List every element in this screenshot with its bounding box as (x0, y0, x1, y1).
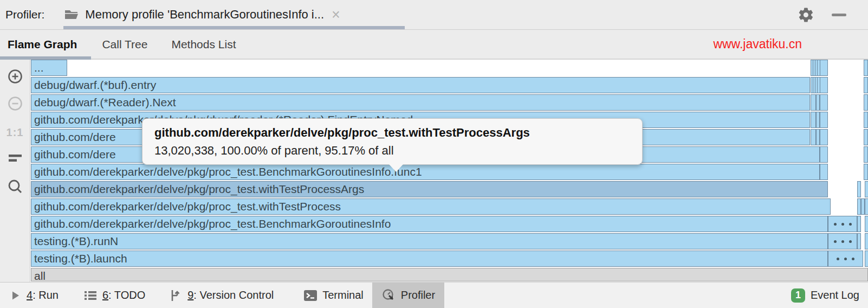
flame-frame[interactable] (864, 94, 868, 111)
flame-frame[interactable] (816, 112, 820, 128)
frame-tooltip: github.com/derekparker/delve/pkg/proc_te… (142, 118, 643, 165)
graph-toolbar: 1:1 (0, 60, 30, 282)
flame-frame[interactable] (820, 94, 828, 111)
statusbar-item-terminal[interactable]: Terminal (302, 283, 365, 308)
flame-frame[interactable] (816, 129, 820, 145)
close-icon[interactable]: × (332, 8, 340, 22)
flame-graph-panel: 1:1 ...debug/dwarf.(*buf).entrydebug/dwa… (0, 60, 868, 282)
tooltip-function-name: github.com/derekparker/delve/pkg/proc_te… (154, 126, 630, 140)
profile-tab-title: Memory profile 'BenchmarkGoroutinesInfo … (85, 8, 324, 22)
flame-frame[interactable]: github.com/derekparker/delve/pkg/proc_te… (31, 181, 828, 197)
zoom-out-icon[interactable] (0, 95, 30, 112)
tooltip-pointer (388, 164, 404, 172)
search-icon[interactable] (0, 178, 30, 195)
flame-frame[interactable] (820, 60, 828, 76)
flame-frame[interactable] (820, 164, 828, 180)
vcs-icon (169, 288, 183, 303)
flame-frame[interactable]: debug/dwarf.(*buf).entry (31, 77, 810, 93)
statusbar-item-profiler[interactable]: Profiler (372, 283, 444, 308)
statusbar-item-label: Terminal (322, 289, 364, 301)
flame-frame[interactable]: debug/dwarf.(*Reader).Next (31, 94, 810, 111)
flame-frame[interactable] (865, 181, 868, 197)
view-tab-bar: Flame Graph Call Tree Methods List www.j… (0, 30, 868, 60)
minimize-icon[interactable] (832, 14, 846, 16)
flame-frame[interactable] (861, 198, 865, 215)
flame-frame[interactable] (864, 60, 868, 76)
flame-frame[interactable] (811, 94, 816, 111)
flame-frame[interactable] (811, 112, 816, 128)
flame-frame[interactable]: ... (31, 60, 67, 76)
flame-frame[interactable] (865, 233, 868, 249)
flame-frame[interactable]: testing.(*B).launch (31, 251, 828, 267)
sort-icon[interactable] (0, 151, 30, 166)
flame-frame[interactable] (857, 216, 861, 232)
status-bar: 4: Run6: TODO9: Version ControlTerminalP… (0, 282, 868, 308)
event-log-button[interactable]: 1 Event Log (791, 288, 859, 303)
tab-flame-graph[interactable]: Flame Graph (0, 30, 90, 59)
actual-size-button[interactable]: 1:1 (0, 125, 30, 140)
flame-frame[interactable] (820, 112, 828, 128)
todo-icon (83, 289, 98, 302)
window-title: Profiler: (5, 8, 44, 21)
statusbar-item-label: 6: TODO (102, 289, 145, 301)
flame-frame[interactable] (820, 146, 828, 163)
tab-call-tree[interactable]: Call Tree (90, 30, 159, 59)
flame-frame[interactable]: all (31, 268, 868, 281)
flame-frame[interactable] (857, 198, 861, 215)
flame-frame[interactable] (820, 77, 828, 93)
event-log-label: Event Log (811, 289, 859, 301)
profile-tab[interactable]: Memory profile 'BenchmarkGoroutinesInfo … (62, 0, 342, 29)
flame-frame[interactable]: github.com/derekparker/delve/pkg/proc_te… (31, 216, 828, 232)
statusbar-item-label: 4: Run (27, 289, 59, 301)
zoom-in-icon[interactable] (0, 68, 30, 85)
flame-frame[interactable] (828, 233, 857, 249)
flame-frame[interactable] (864, 146, 868, 163)
flame-frame[interactable] (864, 77, 868, 93)
flame-frame[interactable] (865, 198, 868, 215)
terminal-icon (303, 289, 318, 302)
tooltip-stats: 13,020,338, 100.00% of parent, 95.17% of… (154, 144, 630, 158)
flame-frame[interactable]: github.com/derekparker/delve/pkg/proc_te… (31, 164, 820, 180)
watermark-text: www.javatiku.cn (713, 37, 802, 52)
statusbar-item-todo[interactable]: 6: TODO (82, 283, 146, 308)
flame-frame[interactable] (828, 251, 863, 267)
flame-frame[interactable] (864, 112, 868, 128)
flame-frame[interactable]: github.com/derekparker/delve/pkg/proc_te… (31, 198, 831, 215)
flame-frame[interactable] (857, 181, 861, 197)
statusbar-item-version-control[interactable]: 9: Version Control (167, 283, 275, 308)
profiler-icon (381, 288, 396, 303)
statusbar-item-label: 9: Version Control (187, 289, 274, 301)
flame-frame[interactable] (820, 129, 828, 145)
gear-icon[interactable] (798, 7, 814, 23)
profiler-window-header: Profiler: Memory profile 'BenchmarkGorou… (0, 0, 868, 30)
folder-icon (64, 8, 79, 21)
flame-frame[interactable]: testing.(*B).runN (31, 233, 828, 249)
flame-frame[interactable] (864, 164, 868, 180)
tab-methods-list[interactable]: Methods List (159, 30, 248, 59)
statusbar-item-label: Profiler (401, 289, 435, 301)
flame-frame[interactable] (865, 251, 868, 267)
flame-frame[interactable] (864, 129, 868, 145)
event-count-badge: 1 (791, 288, 805, 303)
statusbar-item-run[interactable]: 4: Run (8, 283, 60, 308)
flame-frame[interactable] (857, 233, 861, 249)
flame-frame[interactable] (865, 216, 868, 232)
flame-frame[interactable] (828, 216, 857, 232)
run-icon (9, 289, 22, 302)
profile-tab-active-indicator (63, 26, 405, 29)
flame-chart: ...debug/dwarf.(*buf).entrydebug/dwarf.(… (30, 60, 868, 282)
flame-frame[interactable] (811, 129, 816, 145)
flame-frame[interactable] (816, 94, 820, 111)
